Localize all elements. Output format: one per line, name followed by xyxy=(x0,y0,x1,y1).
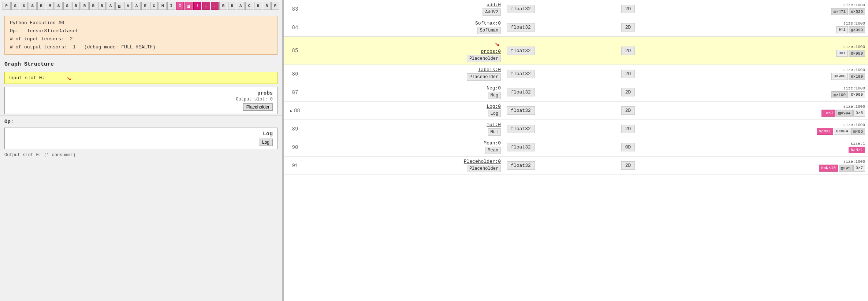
top-bar-cell-24[interactable]: - xyxy=(211,2,219,10)
size-badge: 0×1 xyxy=(836,50,848,57)
top-bar-cell-4[interactable]: R xyxy=(37,2,45,10)
top-bar-cell-28[interactable]: C xyxy=(245,2,253,10)
table-row[interactable]: 91Placeholder:0Placeholderfloat322Dsize:… xyxy=(284,157,868,175)
right-panel: 83add:0AddV2float322Dsize:1000▨×471▨×529… xyxy=(284,0,868,301)
op-name-display: Log xyxy=(263,131,273,137)
op-name-link[interactable]: Log:0 xyxy=(309,104,501,109)
op-type-badge: Softmax xyxy=(477,27,501,34)
size-cell: size:1000NaN×10▨×950×7 xyxy=(685,157,868,175)
size-badge: ▨×999 xyxy=(849,50,865,57)
size-cell: size:10000×900▨×100 xyxy=(685,65,868,83)
row-number: 85 xyxy=(284,37,306,65)
top-bar-cell-23[interactable]: - xyxy=(202,2,210,10)
size-cell: size:1000-∞×1▨×9940×5 xyxy=(685,102,868,120)
top-bar-cell-15[interactable]: A xyxy=(133,2,141,10)
top-bar-cell-9[interactable]: R xyxy=(81,2,89,10)
op-name-link[interactable]: labels:0 xyxy=(309,67,501,73)
row-number: 87 xyxy=(284,83,306,102)
top-bar-cell-0[interactable]: P xyxy=(3,2,11,10)
info-box: Python Execution #0 Op: TensorSliceDatas… xyxy=(4,16,277,55)
top-bar-cell-25[interactable]: R xyxy=(219,2,227,10)
top-bar-cell-19[interactable]: I xyxy=(167,2,175,10)
op-type-badge: Log xyxy=(488,110,501,117)
top-bar-cell-22[interactable]: ! xyxy=(193,2,201,10)
top-bar-cell-10[interactable]: R xyxy=(89,2,97,10)
top-bar-cell-1[interactable]: S xyxy=(11,2,19,10)
dtype-badge: float32 xyxy=(507,125,535,133)
dtype-cell: float32 xyxy=(504,0,618,18)
op-name-link[interactable]: Softmax:0 xyxy=(309,21,501,26)
output-slot-bottom: Output slot 0: (1 consumer) xyxy=(0,151,282,159)
info-input: # of input tensors: 2 xyxy=(10,35,272,43)
top-bar-cell-31[interactable]: P xyxy=(271,2,279,10)
dtype-badge: float32 xyxy=(507,23,535,32)
size-cell: size:1000NaN×10×904▨×95 xyxy=(685,120,868,138)
size-badge: NaN×1 xyxy=(817,128,833,135)
row-number: 91 xyxy=(284,157,306,175)
top-bar-cell-5[interactable]: M xyxy=(46,2,54,10)
op-name-link[interactable]: add:0 xyxy=(309,2,501,8)
dim-badge: 2D xyxy=(621,23,635,32)
op-name-link[interactable]: Mean:0 xyxy=(309,140,501,146)
top-bar-cell-20[interactable]: I xyxy=(176,2,184,10)
size-badge: 0×5 xyxy=(853,110,865,117)
probs-link[interactable]: probs xyxy=(257,90,273,96)
slot-content-box: probs Output slot: 0 Placeholder xyxy=(4,87,277,114)
top-bar-cell-14[interactable]: A xyxy=(124,2,132,10)
dtype-badge: float32 xyxy=(507,47,535,55)
dim-cell: 2D xyxy=(618,18,685,37)
top-bar-cell-29[interactable]: R xyxy=(254,2,262,10)
table-row[interactable]: 84Softmax:0Softmaxfloat322Dsize:10000×1▨… xyxy=(284,18,868,37)
expand-icon: ▶ xyxy=(290,109,293,113)
table-container[interactable]: 83add:0AddV2float322Dsize:1000▨×471▨×529… xyxy=(284,0,868,301)
op-name-link[interactable]: probs:0 xyxy=(309,49,501,54)
op-type-badge: AddV2 xyxy=(483,8,501,16)
size-badge: ▨×95 xyxy=(851,128,865,135)
top-bar-cell-7[interactable]: S xyxy=(63,2,71,10)
size-label: size:1000 xyxy=(688,68,865,72)
top-bar-cell-3[interactable]: S xyxy=(29,2,37,10)
top-bar-cell-21[interactable]: m xyxy=(185,2,193,10)
top-bar-cell-27[interactable]: A xyxy=(237,2,245,10)
size-label: size:1000 xyxy=(688,123,865,127)
op-name-link[interactable]: mul:0 xyxy=(309,122,501,128)
top-bar-cell-13[interactable]: m xyxy=(115,2,123,10)
table-row[interactable]: 83add:0AddV2float322Dsize:1000▨×471▨×529 xyxy=(284,0,868,18)
op-name-cell: add:0AddV2 xyxy=(306,0,504,18)
dim-cell: 2D xyxy=(618,157,685,175)
row-number: 90 xyxy=(284,138,306,157)
op-type-badge: Neg xyxy=(488,92,501,99)
top-bar-cell-18[interactable]: M xyxy=(159,2,167,10)
log-button[interactable]: Log xyxy=(259,139,273,146)
size-cell: size:1000▨×1000×900 xyxy=(685,83,868,102)
size-badge: -∞×1 xyxy=(822,110,835,117)
top-bar-cell-12[interactable]: A xyxy=(107,2,115,10)
size-badge: 0×1 xyxy=(836,26,848,33)
top-bar-cell-2[interactable]: S xyxy=(20,2,28,10)
size-cell: size:1000▨×471▨×529 xyxy=(685,0,868,18)
dtype-badge: float32 xyxy=(507,106,535,115)
row-number: 86 xyxy=(284,65,306,83)
op-name-link[interactable]: Placeholder:0 xyxy=(309,159,501,164)
top-bar-cell-17[interactable]: C xyxy=(150,2,158,10)
top-bar-cell-30[interactable]: R xyxy=(263,2,271,10)
dtype-badge: float32 xyxy=(507,161,535,170)
dim-cell: 2D xyxy=(618,0,685,18)
dim-cell: 2D xyxy=(618,120,685,138)
placeholder-button[interactable]: Placeholder xyxy=(243,103,273,111)
table-row[interactable]: 87Neg:0Negfloat322Dsize:1000▨×1000×900 xyxy=(284,83,868,102)
dtype-cell: float32 xyxy=(504,83,618,102)
table-row[interactable]: 90Mean:0Meanfloat320Dsize:1NaN×1 xyxy=(284,138,868,157)
table-row[interactable]: 86labels:0Placeholderfloat322Dsize:10000… xyxy=(284,65,868,83)
top-bar-cell-26[interactable]: R xyxy=(228,2,236,10)
table-row[interactable]: ▶88Log:0Logfloat322Dsize:1000-∞×1▨×9940×… xyxy=(284,102,868,120)
dtype-cell: float32 xyxy=(504,65,618,83)
table-row[interactable]: 89mul:0Mulfloat322Dsize:1000NaN×10×904▨×… xyxy=(284,120,868,138)
dtype-badge: float32 xyxy=(507,88,535,96)
top-bar-cell-6[interactable]: S xyxy=(55,2,63,10)
top-bar-cell-16[interactable]: E xyxy=(141,2,149,10)
top-bar-cell-11[interactable]: R xyxy=(98,2,106,10)
table-row[interactable]: 85↘probs:0Placeholderfloat322Dsize:10000… xyxy=(284,37,868,65)
top-bar-cell-8[interactable]: R xyxy=(72,2,80,10)
op-name-link[interactable]: Neg:0 xyxy=(309,85,501,91)
